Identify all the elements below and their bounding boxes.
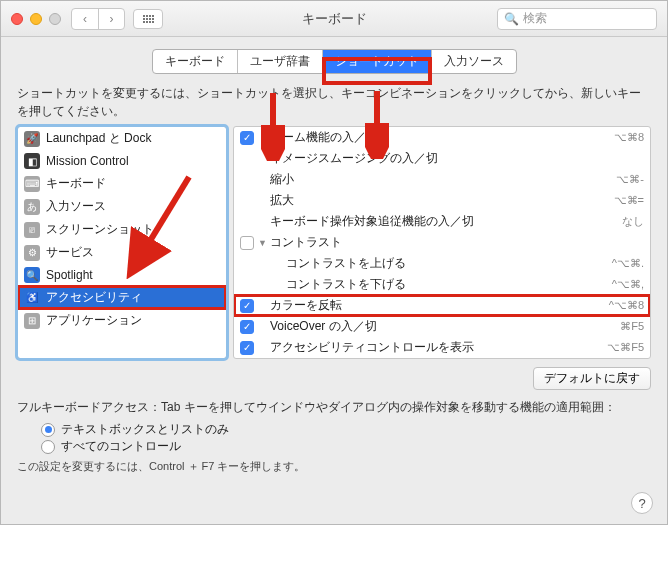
category-label: アプリケーション <box>46 312 142 329</box>
shortcut-key[interactable]: ⌥⌘F5 <box>607 341 644 354</box>
radio-option[interactable]: すべてのコントロール <box>41 438 651 455</box>
shortcut-label: アクセシビリティコントロールを表示 <box>270 339 607 356</box>
show-all-button[interactable] <box>133 9 163 29</box>
shortcut-label: キーボード操作対象追従機能の入／切 <box>270 213 622 230</box>
category-item[interactable]: 🔍Spotlight <box>18 264 226 286</box>
category-item[interactable]: ♿アクセシビリティ <box>18 286 226 309</box>
category-item[interactable]: ⌨キーボード <box>18 172 226 195</box>
tab-bar: キーボードユーザ辞書ショートカット入力ソース <box>17 49 651 74</box>
mc-icon: ◧ <box>24 153 40 169</box>
category-label: サービス <box>46 244 94 261</box>
shortcut-row[interactable]: ✓カラーを反転^⌥⌘8 <box>234 295 650 316</box>
disclosure-icon: ▼ <box>258 238 268 248</box>
shortcut-label: コントラストを下げる <box>270 276 612 293</box>
category-label: Launchpad と Dock <box>46 130 151 147</box>
category-label: アクセシビリティ <box>46 289 142 306</box>
shortcut-label: ズーム機能の入／切 <box>270 129 614 146</box>
category-item[interactable]: ⊞アプリケーション <box>18 309 226 332</box>
instruction-text: ショートカットを変更するには、ショートカットを選択し、キーコンビネーションをクリ… <box>17 84 651 120</box>
app-icon: ⊞ <box>24 313 40 329</box>
shortcut-label: カラーを反転 <box>270 297 609 314</box>
tab-2[interactable]: ショートカット <box>323 50 432 73</box>
shortcut-key[interactable]: ^⌥⌘, <box>612 278 644 291</box>
title-bar: ‹ › キーボード 🔍 検索 <box>1 1 667 37</box>
close-icon[interactable] <box>11 13 23 25</box>
shortcut-row[interactable]: ✓アクセシビリティコントロールを表示⌥⌘F5 <box>234 337 650 358</box>
back-button[interactable]: ‹ <box>72 9 98 29</box>
shortcut-key[interactable]: なし <box>622 214 644 229</box>
shortcut-label: 縮小 <box>270 171 616 188</box>
shortcut-key[interactable]: ⌥⌘= <box>614 194 644 207</box>
category-label: Mission Control <box>46 154 129 168</box>
search-icon: 🔍 <box>504 12 519 26</box>
restore-defaults-button[interactable]: デフォルトに戻す <box>533 367 651 390</box>
kb-icon: ⌨ <box>24 176 40 192</box>
shortcut-row[interactable]: 縮小⌥⌘- <box>234 169 650 190</box>
shortcut-row[interactable]: コントラストを上げる^⌥⌘. <box>234 253 650 274</box>
shortcut-row[interactable]: キーボード操作対象追従機能の入／切なし <box>234 211 650 232</box>
category-label: 入力ソース <box>46 198 106 215</box>
shortcut-row[interactable]: ✓ズーム機能の入／切⌥⌘8 <box>234 127 650 148</box>
shortcut-key[interactable]: ⌥⌘8 <box>614 131 644 144</box>
tab-3[interactable]: 入力ソース <box>432 50 516 73</box>
category-list[interactable]: 🚀Launchpad と Dock◧Mission Control⌨キーボードあ… <box>17 126 227 359</box>
forward-button[interactable]: › <box>98 9 124 29</box>
shortcut-label: イメージスムージングの入／切 <box>270 150 644 167</box>
gear-icon: ⚙ <box>24 245 40 261</box>
radio-icon <box>41 423 55 437</box>
window-title: キーボード <box>302 10 367 28</box>
category-item[interactable]: 🚀Launchpad と Dock <box>18 127 226 150</box>
camera-icon: ⎚ <box>24 222 40 238</box>
checkbox[interactable] <box>240 236 254 250</box>
search-field[interactable]: 🔍 検索 <box>497 8 657 30</box>
rocket-icon: 🚀 <box>24 131 40 147</box>
category-label: スクリーンショット <box>46 221 154 238</box>
category-item[interactable]: あ入力ソース <box>18 195 226 218</box>
shortcut-label: コントラストを上げる <box>270 255 612 272</box>
shortcut-label: コントラスト <box>270 234 644 251</box>
full-keyboard-access-label: フルキーボードアクセス：Tab キーを押してウインドウやダイアログ内の操作対象を… <box>17 398 651 417</box>
radio-label: すべてのコントロール <box>61 438 181 455</box>
shortcut-key[interactable]: ⌥⌘- <box>616 173 644 186</box>
tab-0[interactable]: キーボード <box>153 50 238 73</box>
access-icon: ♿ <box>24 290 40 306</box>
hint-note: この設定を変更するには、Control ＋ F7 キーを押します。 <box>17 459 651 474</box>
input-icon: あ <box>24 199 40 215</box>
spot-icon: 🔍 <box>24 267 40 283</box>
shortcut-row[interactable]: ▼コントラスト <box>234 232 650 253</box>
radio-option[interactable]: テキストボックスとリストのみ <box>41 421 651 438</box>
shortcut-row[interactable]: 拡大⌥⌘= <box>234 190 650 211</box>
zoom-icon[interactable] <box>49 13 61 25</box>
shortcut-list[interactable]: ✓ズーム機能の入／切⌥⌘8イメージスムージングの入／切縮小⌥⌘-拡大⌥⌘=キーボ… <box>233 126 651 359</box>
category-item[interactable]: ⚙サービス <box>18 241 226 264</box>
window-controls <box>11 13 61 25</box>
shortcut-row[interactable]: イメージスムージングの入／切 <box>234 148 650 169</box>
grid-icon <box>143 15 154 23</box>
category-item[interactable]: ⎚スクリーンショット <box>18 218 226 241</box>
shortcut-label: 拡大 <box>270 192 614 209</box>
category-label: キーボード <box>46 175 106 192</box>
shortcut-key[interactable]: ⌘F5 <box>620 320 644 333</box>
checkbox[interactable]: ✓ <box>240 131 254 145</box>
category-item[interactable]: ◧Mission Control <box>18 150 226 172</box>
shortcut-label: VoiceOver の入／切 <box>270 318 620 335</box>
search-placeholder: 検索 <box>523 10 547 27</box>
checkbox[interactable]: ✓ <box>240 320 254 334</box>
tab-1[interactable]: ユーザ辞書 <box>238 50 323 73</box>
nav-buttons: ‹ › <box>71 8 125 30</box>
help-button[interactable]: ? <box>631 492 653 514</box>
checkbox[interactable]: ✓ <box>240 341 254 355</box>
category-label: Spotlight <box>46 268 93 282</box>
checkbox[interactable]: ✓ <box>240 299 254 313</box>
radio-icon <box>41 440 55 454</box>
minimize-icon[interactable] <box>30 13 42 25</box>
shortcut-key[interactable]: ^⌥⌘8 <box>609 299 644 312</box>
shortcut-row[interactable]: ✓VoiceOver の入／切⌘F5 <box>234 316 650 337</box>
shortcut-row[interactable]: コントラストを下げる^⌥⌘, <box>234 274 650 295</box>
radio-label: テキストボックスとリストのみ <box>61 421 229 438</box>
shortcut-key[interactable]: ^⌥⌘. <box>612 257 644 270</box>
